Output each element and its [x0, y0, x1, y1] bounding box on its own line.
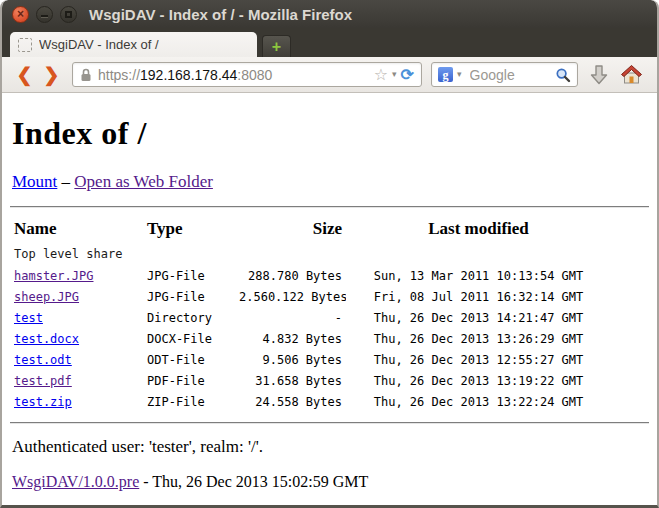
file-size-cell: 31.658 Bytes: [235, 370, 346, 391]
nav-separator: –: [62, 172, 71, 191]
file-size-cell: 2.560.122 Bytes: [235, 286, 346, 307]
file-size-cell: -: [235, 307, 346, 328]
file-type-cell: DOCX-File: [143, 328, 235, 349]
column-header-type: Type: [143, 216, 235, 244]
table-row: test.pdfPDF-File31.658 BytesThu, 26 Dec …: [10, 370, 611, 391]
search-icon[interactable]: [555, 67, 571, 83]
title-bar: × WsgiDAV - Index of / - Mozilla Firefox: [2, 0, 657, 28]
table-row: test.zipZIP-File24.558 BytesThu, 26 Dec …: [10, 391, 611, 412]
tab-label: WsgiDAV - Index of /: [39, 37, 159, 52]
table-row: testDirectory-Thu, 26 Dec 2013 14:21:47 …: [10, 307, 611, 328]
file-size-cell: 9.506 Bytes: [235, 349, 346, 370]
search-bar[interactable]: g ▾ Google: [431, 62, 578, 87]
divider-bottom: [10, 422, 649, 424]
wsgidav-version-link[interactable]: WsgiDAV/1.0.0.pre: [12, 473, 139, 490]
bookmark-star-icon[interactable]: ☆: [374, 67, 388, 83]
table-row: test.docxDOCX-File4.832 BytesThu, 26 Dec…: [10, 328, 611, 349]
server-signature: WsgiDAV/1.0.0.pre - Thu, 26 Dec 2013 15:…: [12, 473, 649, 491]
home-icon: [620, 64, 643, 85]
search-engine-dropdown-icon[interactable]: ▾: [457, 70, 462, 79]
reload-icon[interactable]: ⟳: [401, 67, 414, 83]
url-dropdown-icon[interactable]: ▾: [392, 70, 397, 79]
tab-bar: WsgiDAV - Index of / +: [2, 28, 657, 57]
file-type-cell: JPG-File: [143, 286, 235, 307]
mount-link[interactable]: Mount: [12, 172, 57, 191]
file-table: Name Type Size Last modified Top level s…: [10, 216, 611, 412]
google-favicon[interactable]: g: [438, 67, 453, 82]
file-link[interactable]: test.odt: [14, 353, 72, 367]
maximize-button[interactable]: [60, 6, 77, 23]
file-size-cell: 24.558 Bytes: [235, 391, 346, 412]
navigation-toolbar: ❮ ❯ https://192.168.178.44:8080 ☆ ▾ ⟳ g …: [2, 57, 657, 93]
forward-button[interactable]: ❯: [38, 65, 65, 84]
file-name-cell: hamster.JPG: [10, 265, 143, 286]
download-button[interactable]: [589, 64, 609, 86]
search-input[interactable]: Google: [470, 67, 555, 83]
url-port: :8080: [237, 67, 272, 83]
file-name-cell: test.pdf: [10, 370, 143, 391]
file-name-cell: test: [10, 307, 143, 328]
table-header-row: Name Type Size Last modified: [10, 216, 611, 244]
open-web-folder-link[interactable]: Open as Web Folder: [74, 172, 213, 191]
file-link[interactable]: test.docx: [14, 332, 79, 346]
file-link[interactable]: test: [14, 311, 43, 325]
file-name-cell: test.docx: [10, 328, 143, 349]
back-arrow-icon: ❮: [17, 64, 33, 85]
new-tab-button[interactable]: +: [262, 35, 291, 57]
file-modified-cell: Thu, 26 Dec 2013 13:26:29 GMT: [346, 328, 611, 349]
file-modified-cell: Thu, 26 Dec 2013 13:19:22 GMT: [346, 370, 611, 391]
file-type-cell: ODT-File: [143, 349, 235, 370]
file-name-cell: sheep.JPG: [10, 286, 143, 307]
file-type-cell: JPG-File: [143, 265, 235, 286]
page-content: Index of / Mount – Open as Web Folder Na…: [2, 93, 657, 505]
google-letter: g: [443, 69, 449, 81]
page-nav-links: Mount – Open as Web Folder: [12, 172, 649, 192]
file-modified-cell: Sun, 13 Mar 2011 10:13:54 GMT: [346, 265, 611, 286]
file-name-cell: test.odt: [10, 349, 143, 370]
url-scheme: https://: [98, 67, 140, 83]
window-title: WsgiDAV - Index of / - Mozilla Firefox: [89, 6, 352, 23]
firefox-window: × WsgiDAV - Index of / - Mozilla Firefox…: [0, 0, 659, 508]
file-link[interactable]: hamster.JPG: [14, 269, 93, 283]
file-name-cell: test.zip: [10, 391, 143, 412]
forward-arrow-icon: ❯: [44, 64, 60, 85]
table-row: test.odtODT-File9.506 BytesThu, 26 Dec 2…: [10, 349, 611, 370]
column-header-modified: Last modified: [346, 216, 611, 244]
file-link[interactable]: test.zip: [14, 395, 72, 409]
favicon-placeholder-icon: [18, 38, 32, 52]
lock-icon: [80, 68, 92, 82]
file-modified-cell: Fri, 08 Jul 2011 16:32:14 GMT: [346, 286, 611, 307]
table-note-row: Top level share: [10, 244, 611, 265]
file-type-cell: ZIP-File: [143, 391, 235, 412]
page-title: Index of /: [12, 115, 649, 152]
file-size-cell: 4.832 Bytes: [235, 328, 346, 349]
close-icon: ×: [17, 8, 24, 20]
tab-wsgidav[interactable]: WsgiDAV - Index of /: [10, 32, 257, 57]
url-bar[interactable]: https://192.168.178.44:8080 ☆ ▾ ⟳: [72, 62, 422, 87]
share-note: Top level share: [10, 244, 611, 265]
file-type-cell: PDF-File: [143, 370, 235, 391]
table-row: hamster.JPGJPG-File288.780 BytesSun, 13 …: [10, 265, 611, 286]
server-timestamp: - Thu, 26 Dec 2013 15:02:59 GMT: [139, 473, 368, 490]
plus-icon: +: [272, 39, 281, 55]
file-modified-cell: Thu, 26 Dec 2013 13:22:24 GMT: [346, 391, 611, 412]
url-host: 192.168.178.44: [140, 67, 237, 83]
url-text: https://192.168.178.44:8080: [98, 67, 272, 83]
file-size-cell: 288.780 Bytes: [235, 265, 346, 286]
file-link[interactable]: test.pdf: [14, 374, 72, 388]
table-row: sheep.JPGJPG-File2.560.122 BytesFri, 08 …: [10, 286, 611, 307]
file-modified-cell: Thu, 26 Dec 2013 14:21:47 GMT: [346, 307, 611, 328]
home-button[interactable]: [620, 64, 643, 85]
close-button[interactable]: ×: [12, 6, 29, 23]
file-type-cell: Directory: [143, 307, 235, 328]
column-header-name: Name: [10, 216, 143, 244]
file-table-body: hamster.JPGJPG-File288.780 BytesSun, 13 …: [10, 265, 611, 412]
file-modified-cell: Thu, 26 Dec 2013 12:55:27 GMT: [346, 349, 611, 370]
auth-status-text: Authenticated user: 'tester', realm: '/'…: [12, 437, 649, 457]
column-header-size: Size: [235, 216, 346, 244]
minimize-button[interactable]: [36, 6, 53, 23]
divider-top: [10, 206, 649, 208]
back-button[interactable]: ❮: [11, 65, 38, 84]
file-link[interactable]: sheep.JPG: [14, 290, 79, 304]
download-arrow-icon: [589, 64, 609, 86]
